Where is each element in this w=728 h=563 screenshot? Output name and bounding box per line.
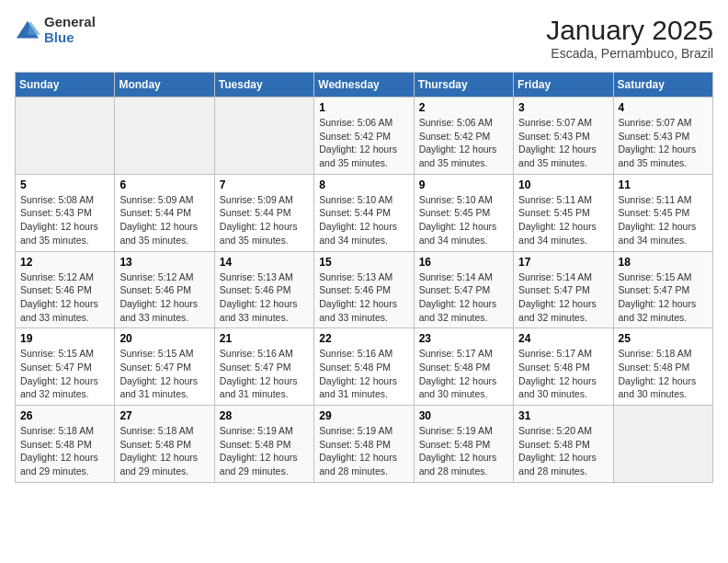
day-info: Sunrise: 5:19 AM Sunset: 5:48 PM Dayligh… xyxy=(419,424,508,478)
day-info: Sunrise: 5:12 AM Sunset: 5:46 PM Dayligh… xyxy=(119,270,209,325)
calendar-cell: 24Sunrise: 5:17 AM Sunset: 5:48 PM Dayli… xyxy=(514,328,613,406)
logo-general-text: General xyxy=(44,15,96,30)
day-number: 6 xyxy=(119,178,209,191)
svg-marker-1 xyxy=(28,20,40,34)
calendar-cell xyxy=(613,406,712,483)
calendar-cell: 16Sunrise: 5:14 AM Sunset: 5:47 PM Dayli… xyxy=(414,251,513,328)
day-info: Sunrise: 5:19 AM Sunset: 5:48 PM Dayligh… xyxy=(220,424,309,478)
day-info: Sunrise: 5:11 AM Sunset: 5:45 PM Dayligh… xyxy=(518,193,608,247)
day-number: 29 xyxy=(319,409,408,422)
day-info: Sunrise: 5:14 AM Sunset: 5:47 PM Dayligh… xyxy=(518,270,608,325)
day-number: 14 xyxy=(220,256,309,269)
day-number: 3 xyxy=(518,101,608,114)
calendar-table: SundayMondayTuesdayWednesdayThursdayFrid… xyxy=(15,72,713,483)
day-info: Sunrise: 5:18 AM Sunset: 5:48 PM Dayligh… xyxy=(619,347,708,401)
day-info: Sunrise: 5:12 AM Sunset: 5:46 PM Dayligh… xyxy=(20,270,109,325)
calendar-cell: 31Sunrise: 5:20 AM Sunset: 5:48 PM Dayli… xyxy=(514,406,613,483)
calendar-cell: 29Sunrise: 5:19 AM Sunset: 5:48 PM Dayli… xyxy=(314,406,414,483)
calendar-cell: 13Sunrise: 5:12 AM Sunset: 5:46 PM Dayli… xyxy=(115,251,214,328)
calendar-header-row: SundayMondayTuesdayWednesdayThursdayFrid… xyxy=(16,73,713,98)
day-of-week-header: Thursday xyxy=(414,73,513,98)
day-info: Sunrise: 5:07 AM Sunset: 5:43 PM Dayligh… xyxy=(619,116,708,170)
calendar-cell: 27Sunrise: 5:18 AM Sunset: 5:48 PM Dayli… xyxy=(115,406,214,483)
calendar-cell: 28Sunrise: 5:19 AM Sunset: 5:48 PM Dayli… xyxy=(214,406,313,483)
calendar-cell: 3Sunrise: 5:07 AM Sunset: 5:43 PM Daylig… xyxy=(514,98,613,175)
day-of-week-header: Tuesday xyxy=(214,73,313,98)
day-of-week-header: Monday xyxy=(115,73,214,98)
day-number: 11 xyxy=(619,178,708,191)
logo-icon xyxy=(15,17,40,43)
day-number: 25 xyxy=(619,332,708,345)
day-info: Sunrise: 5:08 AM Sunset: 5:43 PM Dayligh… xyxy=(20,193,109,247)
calendar-cell: 30Sunrise: 5:19 AM Sunset: 5:48 PM Dayli… xyxy=(414,406,513,483)
day-number: 13 xyxy=(119,256,209,269)
calendar-week-row: 5Sunrise: 5:08 AM Sunset: 5:43 PM Daylig… xyxy=(16,174,713,251)
month-title: January 2025 xyxy=(546,15,713,46)
day-number: 20 xyxy=(119,332,209,345)
day-info: Sunrise: 5:18 AM Sunset: 5:48 PM Dayligh… xyxy=(119,424,209,478)
day-number: 26 xyxy=(20,409,109,422)
day-info: Sunrise: 5:07 AM Sunset: 5:43 PM Dayligh… xyxy=(518,116,608,170)
calendar-cell: 17Sunrise: 5:14 AM Sunset: 5:47 PM Dayli… xyxy=(514,251,613,328)
day-number: 15 xyxy=(319,256,408,269)
day-number: 1 xyxy=(319,101,408,114)
day-number: 17 xyxy=(518,256,608,269)
calendar-cell: 1Sunrise: 5:06 AM Sunset: 5:42 PM Daylig… xyxy=(314,98,414,175)
location: Escada, Pernambuco, Brazil xyxy=(546,46,713,61)
day-number: 21 xyxy=(220,332,309,345)
day-info: Sunrise: 5:09 AM Sunset: 5:44 PM Dayligh… xyxy=(220,193,309,247)
day-info: Sunrise: 5:14 AM Sunset: 5:47 PM Dayligh… xyxy=(419,270,508,325)
logo: General Blue xyxy=(15,15,96,45)
calendar-cell: 2Sunrise: 5:06 AM Sunset: 5:42 PM Daylig… xyxy=(414,98,513,175)
day-info: Sunrise: 5:13 AM Sunset: 5:46 PM Dayligh… xyxy=(319,270,408,325)
day-info: Sunrise: 5:17 AM Sunset: 5:48 PM Dayligh… xyxy=(419,347,508,401)
day-info: Sunrise: 5:15 AM Sunset: 5:47 PM Dayligh… xyxy=(119,347,209,401)
day-number: 31 xyxy=(518,409,608,422)
calendar-week-row: 1Sunrise: 5:06 AM Sunset: 5:42 PM Daylig… xyxy=(16,98,713,175)
day-info: Sunrise: 5:09 AM Sunset: 5:44 PM Dayligh… xyxy=(119,193,209,247)
calendar-cell: 18Sunrise: 5:15 AM Sunset: 5:47 PM Dayli… xyxy=(613,251,712,328)
calendar-cell: 9Sunrise: 5:10 AM Sunset: 5:45 PM Daylig… xyxy=(414,174,513,251)
calendar-cell: 23Sunrise: 5:17 AM Sunset: 5:48 PM Dayli… xyxy=(414,328,513,406)
day-info: Sunrise: 5:17 AM Sunset: 5:48 PM Dayligh… xyxy=(518,347,608,401)
day-number: 16 xyxy=(419,256,508,269)
page-header: General Blue January 2025 Escada, Pernam… xyxy=(15,15,713,61)
day-number: 18 xyxy=(619,256,708,269)
day-number: 8 xyxy=(319,178,408,191)
calendar-cell: 21Sunrise: 5:16 AM Sunset: 5:47 PM Dayli… xyxy=(214,328,313,406)
calendar-cell: 19Sunrise: 5:15 AM Sunset: 5:47 PM Dayli… xyxy=(16,328,115,406)
calendar-cell: 26Sunrise: 5:18 AM Sunset: 5:48 PM Dayli… xyxy=(16,406,115,483)
day-info: Sunrise: 5:10 AM Sunset: 5:45 PM Dayligh… xyxy=(419,193,508,247)
day-info: Sunrise: 5:06 AM Sunset: 5:42 PM Dayligh… xyxy=(419,116,508,170)
calendar-cell: 25Sunrise: 5:18 AM Sunset: 5:48 PM Dayli… xyxy=(613,328,712,406)
day-of-week-header: Sunday xyxy=(16,73,115,98)
day-info: Sunrise: 5:15 AM Sunset: 5:47 PM Dayligh… xyxy=(619,270,708,325)
calendar-cell: 14Sunrise: 5:13 AM Sunset: 5:46 PM Dayli… xyxy=(214,251,313,328)
day-of-week-header: Saturday xyxy=(613,73,712,98)
day-info: Sunrise: 5:16 AM Sunset: 5:48 PM Dayligh… xyxy=(319,347,408,401)
day-info: Sunrise: 5:19 AM Sunset: 5:48 PM Dayligh… xyxy=(319,424,408,478)
calendar-cell: 22Sunrise: 5:16 AM Sunset: 5:48 PM Dayli… xyxy=(314,328,414,406)
day-info: Sunrise: 5:06 AM Sunset: 5:42 PM Dayligh… xyxy=(319,116,408,170)
day-info: Sunrise: 5:20 AM Sunset: 5:48 PM Dayligh… xyxy=(518,424,608,478)
calendar-cell: 11Sunrise: 5:11 AM Sunset: 5:45 PM Dayli… xyxy=(613,174,712,251)
calendar-cell: 12Sunrise: 5:12 AM Sunset: 5:46 PM Dayli… xyxy=(16,251,115,328)
day-number: 28 xyxy=(220,409,309,422)
calendar-cell: 20Sunrise: 5:15 AM Sunset: 5:47 PM Dayli… xyxy=(115,328,214,406)
calendar-cell: 5Sunrise: 5:08 AM Sunset: 5:43 PM Daylig… xyxy=(16,174,115,251)
day-info: Sunrise: 5:13 AM Sunset: 5:46 PM Dayligh… xyxy=(220,270,309,325)
calendar-week-row: 26Sunrise: 5:18 AM Sunset: 5:48 PM Dayli… xyxy=(16,406,713,483)
day-number: 22 xyxy=(319,332,408,345)
day-info: Sunrise: 5:18 AM Sunset: 5:48 PM Dayligh… xyxy=(20,424,109,478)
calendar-cell: 10Sunrise: 5:11 AM Sunset: 5:45 PM Dayli… xyxy=(514,174,613,251)
calendar-cell: 15Sunrise: 5:13 AM Sunset: 5:46 PM Dayli… xyxy=(314,251,414,328)
day-number: 24 xyxy=(518,332,608,345)
day-number: 12 xyxy=(20,256,109,269)
day-info: Sunrise: 5:16 AM Sunset: 5:47 PM Dayligh… xyxy=(220,347,309,401)
day-number: 30 xyxy=(419,409,508,422)
calendar-cell: 8Sunrise: 5:10 AM Sunset: 5:44 PM Daylig… xyxy=(314,174,414,251)
day-number: 27 xyxy=(119,409,209,422)
day-number: 7 xyxy=(220,178,309,191)
day-number: 9 xyxy=(419,178,508,191)
calendar-cell: 6Sunrise: 5:09 AM Sunset: 5:44 PM Daylig… xyxy=(115,174,214,251)
